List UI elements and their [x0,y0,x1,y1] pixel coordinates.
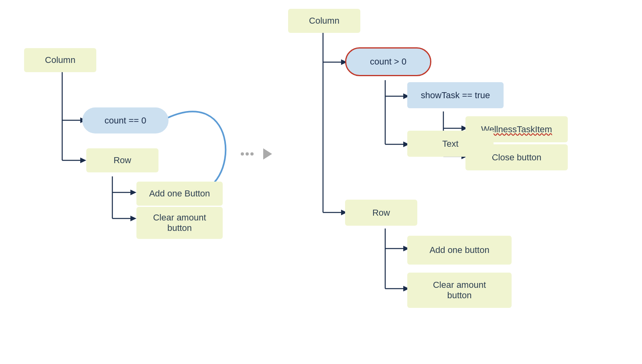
svg-marker-5 [80,158,86,163]
left-count-eq0-node: count == 0 [82,107,169,133]
right-add-one-button-node: Add one button [407,236,512,265]
right-clear-amount-node: Clear amount button [407,273,512,308]
left-clear-amount-node: Clear amount button [136,207,223,239]
left-column-node: Column [24,48,96,72]
svg-marker-9 [130,190,136,195]
left-row-node: Row [86,148,158,172]
right-count-gt0-node: count > 0 [345,47,431,76]
svg-marker-11 [130,216,136,221]
right-show-task-node: showTask == true [407,82,504,108]
divider-arrow [241,148,272,160]
left-add-one-button-node: Add one Button [136,182,223,206]
right-column-node: Column [288,9,360,33]
right-text-node: Text [407,131,494,157]
right-row-node: Row [345,200,417,226]
